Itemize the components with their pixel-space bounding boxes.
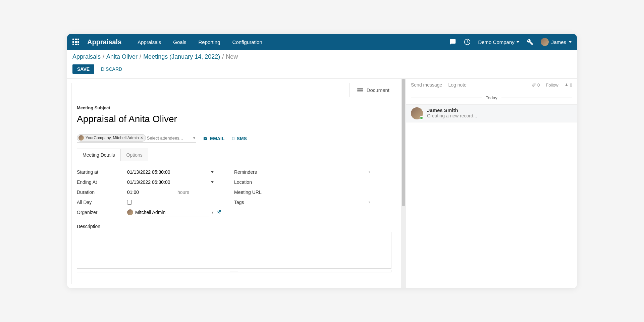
tags-label: Tags	[234, 200, 284, 205]
subject-label: Meeting Subject	[77, 105, 391, 110]
nav-goals[interactable]: Goals	[173, 39, 186, 45]
breadcrumb-sep: /	[103, 53, 104, 60]
organizer-avatar	[127, 209, 133, 215]
duration-label: Duration	[77, 190, 127, 195]
message-avatar	[411, 107, 423, 119]
caret-down-icon: ▼	[368, 170, 371, 174]
attachments-button[interactable]: 0	[532, 83, 540, 88]
field-ending-at: Ending At	[77, 177, 234, 187]
caret-down-icon: ▼	[368, 201, 371, 204]
follow-button[interactable]: Follow	[546, 83, 558, 88]
starting-at-input[interactable]	[127, 168, 214, 176]
follower-count: 0	[570, 83, 572, 88]
location-label: Location	[234, 179, 284, 185]
attendee-avatar	[78, 135, 84, 141]
attendees-field[interactable]: YourCompany, Mitchell Admin × ▼	[77, 134, 196, 143]
breadcrumb-link[interactable]: Appraisals	[72, 53, 101, 60]
sms-label: SMS	[237, 136, 247, 141]
field-location: Location	[234, 177, 391, 187]
field-starting-at: Starting at	[77, 167, 234, 177]
user-name: James	[551, 39, 566, 45]
field-meeting-url: Meeting URL	[234, 187, 391, 197]
company-name: Demo Company	[478, 39, 514, 45]
action-row: SAVE DISCARD	[67, 62, 577, 78]
tab-content: Starting at Ending At	[77, 161, 391, 278]
scrollbar[interactable]	[401, 79, 406, 288]
card-header: Document	[71, 83, 397, 97]
reminders-input[interactable]	[284, 168, 372, 176]
breadcrumb-sep: /	[222, 53, 224, 60]
main-area: Document Meeting Subject YourCompany, Mi…	[67, 78, 577, 288]
company-selector[interactable]: Demo Company	[478, 39, 519, 45]
attendees-input[interactable]	[146, 135, 193, 142]
description-input[interactable]	[77, 232, 391, 269]
form-row: Starting at Ending At	[77, 167, 391, 218]
meeting-url-input[interactable]	[284, 189, 372, 196]
form-panel: Document Meeting Subject YourCompany, Mi…	[67, 79, 401, 288]
sms-button[interactable]: SMS	[231, 136, 247, 141]
user-menu[interactable]: James	[541, 38, 572, 46]
attendees-row: YourCompany, Mitchell Admin × ▼ EMAIL	[77, 134, 391, 143]
scrollbar-thumb[interactable]	[402, 79, 405, 206]
ending-at-label: Ending At	[77, 179, 127, 185]
email-button[interactable]: EMAIL	[203, 136, 225, 141]
subject-input[interactable]	[77, 112, 288, 126]
tabs: Meeting Details Options	[77, 149, 391, 161]
hamburger-icon	[357, 88, 363, 93]
app-window: Appraisals Appraisals Goals Reporting Co…	[67, 34, 577, 288]
nav-appraisals[interactable]: Appraisals	[138, 39, 161, 45]
description-label: Description	[77, 224, 391, 229]
apps-icon[interactable]	[72, 39, 79, 45]
field-duration: Duration hours	[77, 187, 234, 197]
breadcrumb: Appraisals / Anita Oliver / Meetings (Ja…	[72, 53, 572, 60]
followers-button[interactable]: 0	[565, 83, 572, 88]
breadcrumb-link[interactable]: Meetings (January 14, 2022)	[143, 53, 220, 60]
ending-at-input[interactable]	[127, 178, 214, 186]
organizer-input[interactable]	[135, 209, 209, 216]
today-separator: Today	[406, 91, 577, 104]
meeting-url-label: Meeting URL	[234, 190, 284, 195]
tab-options[interactable]: Options	[121, 149, 148, 161]
external-link-icon[interactable]	[216, 210, 221, 215]
app-title[interactable]: Appraisals	[87, 38, 121, 46]
messages-icon[interactable]	[449, 39, 457, 45]
nav-configuration[interactable]: Configuration	[232, 39, 262, 45]
remove-tag-icon[interactable]: ×	[141, 136, 143, 140]
document-label: Document	[367, 87, 389, 93]
field-all-day: All Day	[77, 198, 234, 207]
breadcrumb-sep: /	[140, 53, 141, 60]
log-note-button[interactable]: Log note	[448, 82, 467, 88]
duration-input[interactable]	[127, 189, 174, 196]
breadcrumb-bar: Appraisals / Anita Oliver / Meetings (Ja…	[67, 50, 577, 62]
caret-down-icon: ▼	[193, 136, 196, 140]
user-avatar	[541, 38, 549, 46]
today-label: Today	[482, 95, 501, 100]
nav-items: Appraisals Goals Reporting Configuration	[138, 39, 449, 45]
presence-indicator	[420, 116, 423, 120]
location-input[interactable]	[284, 178, 372, 186]
attendee-tag-label: YourCompany, Mitchell Admin	[86, 136, 139, 140]
email-label: EMAIL	[210, 136, 225, 141]
activity-icon[interactable]	[464, 39, 471, 45]
nav-reporting[interactable]: Reporting	[199, 39, 220, 45]
caret-down-icon	[569, 41, 572, 43]
tags-input[interactable]	[284, 199, 372, 206]
card-body: Meeting Subject YourCompany, Mitchell Ad…	[71, 97, 397, 284]
duration-suffix: hours	[177, 190, 189, 195]
send-message-button[interactable]: Send message	[411, 82, 442, 88]
attach-count: 0	[537, 83, 540, 88]
tab-meeting-details[interactable]: Meeting Details	[77, 149, 121, 161]
debug-icon[interactable]	[527, 39, 533, 45]
caret-down-icon	[517, 41, 519, 43]
resize-handle[interactable]	[77, 270, 391, 272]
field-organizer: Organizer ▼	[77, 208, 234, 217]
chatter-header: Send message Log note 0 Follow 0	[406, 79, 577, 91]
breadcrumb-link[interactable]: Anita Oliver	[106, 53, 138, 60]
top-bar: Appraisals Appraisals Goals Reporting Co…	[67, 34, 577, 50]
save-button[interactable]: SAVE	[72, 64, 94, 74]
discard-button[interactable]: DISCARD	[98, 64, 125, 74]
document-button[interactable]: Document	[350, 83, 397, 97]
all-day-checkbox[interactable]	[127, 200, 132, 205]
attendee-tag[interactable]: YourCompany, Mitchell Admin ×	[77, 134, 146, 142]
organizer-label: Organizer	[77, 210, 127, 215]
